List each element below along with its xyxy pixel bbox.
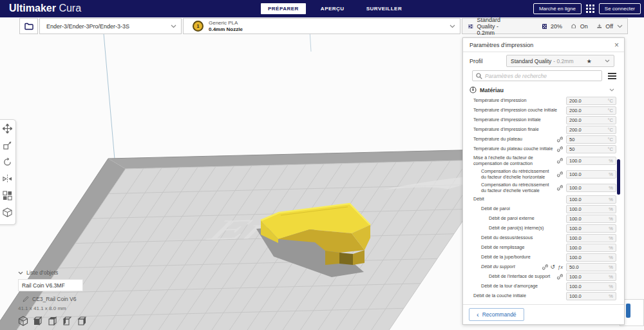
- close-icon[interactable]: ×: [614, 41, 619, 49]
- setting-value: 100.0: [569, 245, 582, 251]
- setting-row[interactable]: Débit de l'interface de support100.0%: [463, 272, 624, 282]
- tab-monitor[interactable]: SURVEILLER: [359, 3, 410, 14]
- extruder-icon: 1: [193, 21, 204, 32]
- setting-row[interactable]: Débit de la tour d'amorçage100.0%: [463, 282, 624, 291]
- setting-row[interactable]: Température d'impression couche initiale…: [463, 106, 624, 115]
- setting-value-field[interactable]: 50.0%: [566, 263, 616, 271]
- setting-row[interactable]: Compensation du rétrécissement du facteu…: [463, 181, 624, 195]
- chevron-down-icon: [18, 271, 23, 275]
- rotate-tool-icon[interactable]: [3, 157, 12, 167]
- view-right-icon[interactable]: [77, 316, 88, 326]
- setting-unit: %: [609, 235, 613, 241]
- section-material[interactable]: Matériau: [469, 85, 619, 95]
- setting-value-field[interactable]: 100.0%: [566, 292, 616, 300]
- search-icon: [476, 73, 482, 79]
- setting-row[interactable]: Débit du support↺ƒx50.0%: [463, 262, 624, 272]
- setting-unit: %: [609, 171, 613, 177]
- object-list-toggle[interactable]: Liste d'objets: [18, 269, 88, 276]
- chevron-down-icon: [609, 88, 614, 92]
- setting-row[interactable]: Température d'impression finale200.0°C: [463, 125, 624, 135]
- view-front-icon[interactable]: [33, 316, 43, 326]
- link-icon[interactable]: [556, 171, 563, 178]
- setting-row[interactable]: Débit de paroi100.0%: [463, 204, 624, 214]
- link-icon[interactable]: [556, 274, 563, 280]
- setting-value-field[interactable]: 100.0%: [566, 215, 616, 223]
- setting-label: Température du plateau couche initiale: [473, 146, 556, 151]
- per-object-settings-icon[interactable]: [3, 191, 12, 200]
- open-file-button[interactable]: [19, 18, 38, 34]
- material-selector[interactable]: 1 Generic PLA 0.4mm Nozzle: [183, 18, 460, 34]
- printer-selector[interactable]: Ender-3/Ender-3Pro/Ender-3-3S: [39, 18, 182, 34]
- setting-row[interactable]: Température du plateau couche initiale50…: [463, 144, 624, 154]
- setting-value-field[interactable]: 100.0%: [566, 234, 616, 242]
- mirror-tool-icon[interactable]: [3, 174, 12, 184]
- support-blocker-icon[interactable]: [3, 208, 12, 217]
- tab-prepare[interactable]: PRÉPARER: [261, 3, 306, 14]
- setting-row[interactable]: Débit100.0%: [463, 195, 624, 204]
- setting-row[interactable]: Débit de remplissage100.0%: [463, 243, 624, 253]
- recommended-button[interactable]: ‹ Recommandé: [469, 308, 524, 321]
- search-input[interactable]: [485, 73, 598, 79]
- view-3d-icon[interactable]: [18, 316, 28, 326]
- setting-value-field[interactable]: 50°C: [566, 135, 616, 144]
- setting-value-field[interactable]: 100.0%: [566, 184, 616, 192]
- sign-in-button[interactable]: Se connecter: [599, 3, 641, 14]
- slice-button-edge[interactable]: [626, 304, 630, 318]
- setting-value-field[interactable]: 100.0%: [566, 244, 616, 252]
- function-icon[interactable]: ƒx: [558, 264, 563, 270]
- setting-label: Débit du support: [473, 264, 542, 269]
- view-left-icon[interactable]: [62, 316, 73, 326]
- setting-value-field[interactable]: 200.0°C: [566, 106, 616, 115]
- panel-title: Paramètres d'impression: [469, 42, 533, 48]
- setting-value-field[interactable]: 50°C: [566, 145, 616, 153]
- setting-row[interactable]: Débit de la jupe/bordure100.0%: [463, 253, 624, 262]
- setting-value-field[interactable]: 100.0%: [566, 224, 616, 233]
- grid-menu-icon[interactable]: [586, 5, 594, 13]
- setting-row[interactable]: Débit de paroi(s) interne(s)100.0%: [463, 224, 624, 233]
- setting-row[interactable]: Température d'impression initiale200.0°C: [463, 115, 624, 125]
- setting-unit: %: [609, 293, 613, 299]
- setting-row[interactable]: Température du plateau50°C: [463, 135, 624, 144]
- scale-tool-icon[interactable]: [3, 141, 12, 150]
- link-icon[interactable]: [556, 146, 563, 153]
- setting-row[interactable]: Température d'impression200.0°C: [463, 96, 624, 106]
- link-icon[interactable]: [556, 137, 563, 143]
- setting-row[interactable]: Débit du dessus/dessous100.0%: [463, 233, 624, 243]
- setting-value: 200.0: [569, 117, 582, 123]
- setting-value-field[interactable]: 100.0%: [566, 157, 616, 165]
- setting-value-field[interactable]: 100.0%: [566, 282, 616, 291]
- tab-preview[interactable]: APERÇU: [314, 3, 352, 14]
- camera-view-buttons: [18, 316, 88, 326]
- move-tool-icon[interactable]: [3, 124, 12, 133]
- revert-icon[interactable]: ↺: [551, 264, 556, 270]
- view-top-icon[interactable]: [48, 316, 58, 326]
- setting-value-field[interactable]: 200.0°C: [566, 97, 616, 105]
- link-icon[interactable]: [556, 158, 563, 164]
- setting-value-field[interactable]: 100.0%: [566, 273, 616, 281]
- link-icon[interactable]: [556, 185, 563, 191]
- profile-selector[interactable]: Standard Quality - 0.2mm ★: [506, 55, 614, 67]
- hamburger-icon[interactable]: [608, 73, 616, 79]
- setting-row[interactable]: Débit de paroi externe100.0%: [463, 214, 624, 224]
- print-settings-selector[interactable]: Standard Quality - 0.2mm 20% On Off: [462, 18, 628, 34]
- setting-value-field[interactable]: 100.0%: [566, 170, 616, 179]
- pencil-icon[interactable]: [23, 296, 29, 302]
- setting-row[interactable]: Compensation du rétrécissement du facteu…: [463, 168, 624, 181]
- nozzle-size: 0.4mm Nozzle: [209, 26, 243, 33]
- setting-label: Mise à l'échelle du facteur de compensat…: [473, 155, 556, 166]
- object-name-field[interactable]: Rail Coin V6.3MF: [18, 279, 83, 291]
- marketplace-button[interactable]: Marché en ligne: [533, 3, 582, 14]
- link-icon[interactable]: [542, 264, 548, 271]
- setting-value-field[interactable]: 200.0°C: [566, 126, 616, 134]
- setting-row[interactable]: Mise à l'échelle du facteur de compensat…: [463, 154, 624, 168]
- setting-value-field[interactable]: 100.0%: [566, 195, 616, 204]
- setting-unit: %: [609, 284, 613, 289]
- setting-label: Température du plateau: [473, 137, 556, 142]
- setting-value-field[interactable]: 100.0%: [566, 253, 616, 262]
- setting-row[interactable]: Débit de la couche initiale100.0%: [463, 291, 624, 301]
- setting-value-field[interactable]: 200.0°C: [566, 116, 616, 124]
- setting-value-field[interactable]: 100.0%: [566, 205, 616, 213]
- panel-scrollbar[interactable]: [617, 159, 620, 195]
- setting-label: Compensation du rétrécissement du facteu…: [473, 169, 556, 180]
- star-icon[interactable]: ★: [587, 58, 592, 64]
